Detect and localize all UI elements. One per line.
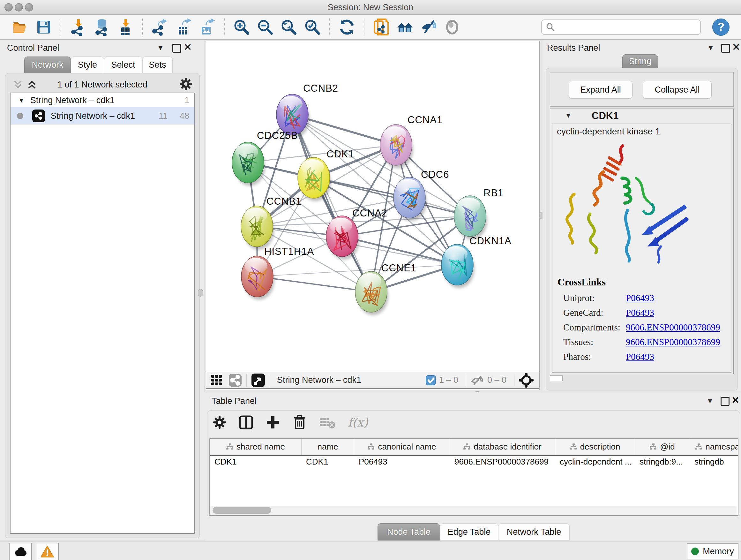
search-icon [546, 22, 555, 32]
crosslink-link[interactable]: 9606.ENSP00000378699 [626, 322, 720, 333]
crosslink-row: Tissues:9606.ENSP00000378699 [557, 334, 729, 349]
control-panel-close-icon[interactable]: ✕ [184, 44, 192, 51]
control-panel-menu-icon[interactable]: ▼ [157, 44, 164, 52]
column-header-shared-name[interactable]: shared name [210, 439, 301, 455]
search-input[interactable] [541, 19, 701, 35]
tab-node-table[interactable]: Node Table [378, 523, 440, 541]
zoom-fit-content-icon[interactable] [280, 18, 298, 36]
protein-structure-image [556, 140, 696, 268]
column-header-namespace[interactable]: namespace [690, 439, 738, 455]
network-options-gear-icon[interactable] [179, 77, 192, 91]
cell-shared-name: CDK1 [210, 455, 301, 469]
edge-HIST1H1A-CCNE1[interactable] [257, 276, 371, 292]
current-location-icon[interactable] [519, 373, 534, 388]
column-header-database-identifier[interactable]: database identifier [450, 439, 555, 455]
string-results-body: Expand All Collapse All ▼ CDK1 cyclin-de… [546, 68, 738, 390]
column-header-canonical-name[interactable]: canonical name [354, 439, 450, 455]
column-header-description[interactable]: description [555, 439, 635, 455]
tab-select[interactable]: Select [104, 57, 142, 73]
add-column-icon[interactable] [266, 415, 280, 430]
refresh-view-icon[interactable] [338, 18, 356, 36]
tab-network[interactable]: Network [24, 57, 71, 73]
table-panel-title: Table Panel [212, 396, 257, 406]
table-row[interactable]: CDK1CDK1P064939606.ENSP00000378699cyclin… [210, 455, 738, 469]
export-network-icon[interactable] [151, 18, 169, 36]
show-columns-icon[interactable] [239, 415, 253, 430]
help-icon[interactable]: ? [712, 18, 730, 36]
crosslinks-title: CrossLinks [557, 276, 606, 288]
table-panel-float-icon[interactable] [721, 397, 730, 406]
level-of-detail-icon[interactable] [443, 18, 461, 36]
node-CCNB1[interactable]: CCNB1 [241, 196, 301, 250]
status-bar: Memory [0, 541, 741, 560]
import-network-from-database-icon[interactable] [93, 18, 111, 36]
export-image-icon[interactable] [198, 18, 216, 36]
crosslink-label: Uniprot: [557, 293, 626, 303]
scrollbar-thumb[interactable] [212, 507, 271, 514]
export-table-icon[interactable] [175, 18, 192, 36]
function-builder-icon[interactable]: f(x) [348, 416, 368, 429]
zoom-out-icon[interactable] [256, 18, 274, 36]
network-canvas[interactable]: CCNB2CCNA1CDC25BCDK1CDC6RB1CCNB1CCNA2CDK… [206, 41, 540, 390]
selected-checkbox-icon[interactable] [426, 375, 436, 385]
crosslink-link[interactable]: P06493 [626, 352, 654, 362]
network-tree-root-row[interactable]: ▼ String Network – cdk1 1 [10, 93, 194, 107]
table-horizontal-scrollbar[interactable] [210, 506, 737, 515]
node-HIST1H1A[interactable]: HIST1H1A [241, 246, 314, 300]
results-panel-close-icon[interactable]: ✕ [732, 44, 740, 51]
left-splitter-handle[interactable] [198, 289, 203, 297]
column-header-@id[interactable]: @id [635, 439, 690, 455]
tab-network-table[interactable]: Network Table [498, 523, 569, 541]
network-share-view-icon[interactable] [228, 374, 242, 387]
tree-expand-icon[interactable]: ▼ [18, 97, 24, 104]
network-tree-child-row[interactable]: String Network – cdk1 11 48 [10, 107, 194, 125]
new-network-from-selection-icon[interactable] [373, 18, 390, 36]
tab-style[interactable]: Style [71, 57, 104, 73]
node-table: shared namenamecanonical namedatabase id… [209, 438, 738, 516]
memory-button[interactable]: Memory [687, 543, 738, 559]
zoom-selected-icon[interactable] [304, 18, 321, 36]
entry-detail-box: cyclin-dependent kinase 1 [552, 124, 731, 373]
table-panel-close-icon[interactable]: ✕ [731, 397, 739, 404]
birds-eye-view-icon[interactable] [251, 373, 265, 387]
column-header-name[interactable]: name [301, 439, 354, 455]
delete-column-icon[interactable] [292, 415, 307, 430]
collapse-all-button[interactable]: Collapse All [643, 81, 712, 99]
results-panel-menu-icon[interactable]: ▼ [707, 44, 714, 52]
tab-edge-table[interactable]: Edge Table [440, 523, 498, 541]
tab-sets[interactable]: Sets [142, 57, 173, 73]
node-CCNB2[interactable]: CCNB2 [276, 83, 338, 138]
edge-CCNB2-CCNE1[interactable] [292, 115, 371, 292]
edge-CDK1-RB1[interactable] [314, 178, 470, 216]
crosslink-link[interactable]: P06493 [626, 307, 654, 318]
import-table-from-file-icon[interactable] [117, 18, 134, 36]
expand-all-button[interactable]: Expand All [569, 81, 632, 99]
cloud-button[interactable] [9, 543, 32, 560]
show-hide-graphics-details-icon[interactable] [420, 18, 437, 36]
delete-table-icon[interactable] [319, 416, 336, 429]
network-item-label: String Network – cdk1 [51, 111, 135, 121]
network-graph[interactable]: CCNB2CCNA1CDC25BCDK1CDC6RB1CCNB1CCNA2CDK… [206, 41, 539, 372]
first-neighbors-icon[interactable] [396, 18, 414, 36]
entry-collapse-icon[interactable]: ▼ [565, 111, 572, 120]
warning-button[interactable] [36, 543, 59, 560]
node-RB1[interactable]: RB1 [454, 187, 503, 240]
tab-string[interactable]: String [622, 54, 658, 68]
crosslink-link[interactable]: 9606.ENSP00000378699 [626, 337, 720, 348]
save-session-icon[interactable] [35, 18, 53, 36]
open-session-icon[interactable] [11, 18, 29, 36]
hidden-eye-slash-icon[interactable] [471, 374, 484, 386]
table-settings-gear-icon[interactable] [212, 415, 226, 429]
control-panel-float-icon[interactable] [172, 44, 181, 53]
grid-view-icon[interactable] [211, 374, 223, 386]
node-label-HIST1H1A: HIST1H1A [264, 246, 314, 257]
table-panel-menu-icon[interactable]: ▼ [706, 397, 714, 405]
crosslink-link[interactable]: P06493 [626, 293, 654, 303]
selected-counts: 1 – 0 [439, 375, 458, 385]
zoom-in-icon[interactable] [232, 18, 251, 36]
network-collection-label: String Network – cdk1 [30, 96, 115, 105]
import-network-from-file-icon[interactable] [69, 18, 87, 36]
node-CDKN1A[interactable]: CDKN1A [441, 235, 512, 288]
results-scrollbar-corner[interactable] [550, 375, 562, 381]
results-panel-float-icon[interactable] [721, 44, 730, 53]
